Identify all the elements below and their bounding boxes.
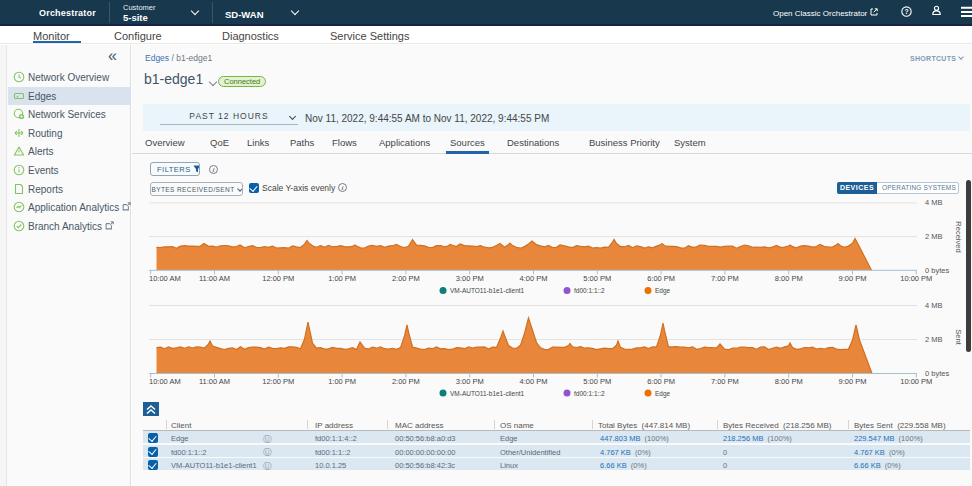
- svg-text:6:00 PM: 6:00 PM: [647, 274, 675, 283]
- svg-text:Edge: Edge: [655, 287, 671, 295]
- svg-text:0 bytes: 0 bytes: [925, 266, 949, 275]
- svg-text:VM-AUTO11-b1e1-client1: VM-AUTO11-b1e1-client1: [450, 390, 525, 397]
- svg-text:1:00 PM: 1:00 PM: [328, 274, 356, 283]
- svg-text:8:00 PM: 8:00 PM: [775, 274, 803, 283]
- svg-text:2 MB: 2 MB: [925, 335, 943, 344]
- svg-text:12:00 PM: 12:00 PM: [262, 274, 294, 283]
- svg-text:10:00 PM: 10:00 PM: [900, 274, 932, 283]
- svg-text:11:00 AM: 11:00 AM: [199, 274, 230, 283]
- svg-text:10:00 AM: 10:00 AM: [149, 377, 181, 386]
- svg-text:1:00 PM: 1:00 PM: [328, 377, 356, 386]
- svg-text:12:00 PM: 12:00 PM: [262, 377, 294, 386]
- svg-text:4 MB: 4 MB: [925, 301, 943, 310]
- svg-text:fd00:1:1::2: fd00:1:1::2: [574, 287, 605, 294]
- svg-text:9:00 PM: 9:00 PM: [839, 377, 867, 386]
- svg-text:0 bytes: 0 bytes: [925, 369, 949, 378]
- svg-text:Received: Received: [954, 221, 963, 252]
- svg-text:11:00 AM: 11:00 AM: [199, 377, 230, 386]
- svg-text:7:00 PM: 7:00 PM: [711, 377, 739, 386]
- svg-text:2:00 PM: 2:00 PM: [392, 274, 420, 283]
- svg-text:2:00 PM: 2:00 PM: [392, 377, 420, 386]
- svg-text:10:00 PM: 10:00 PM: [900, 377, 932, 386]
- svg-text:3:00 PM: 3:00 PM: [456, 274, 484, 283]
- svg-text:8:00 PM: 8:00 PM: [775, 377, 803, 386]
- svg-text:VM-AUTO11-b1e1-client1: VM-AUTO11-b1e1-client1: [450, 287, 525, 294]
- svg-text:4:00 PM: 4:00 PM: [520, 274, 548, 283]
- svg-text:Edge: Edge: [655, 390, 671, 398]
- svg-text:4 MB: 4 MB: [925, 198, 943, 207]
- svg-text:5:00 PM: 5:00 PM: [583, 377, 611, 386]
- svg-text:2 MB: 2 MB: [925, 232, 943, 241]
- svg-text:6:00 PM: 6:00 PM: [647, 377, 675, 386]
- svg-text:5:00 PM: 5:00 PM: [583, 274, 611, 283]
- svg-text:Sent: Sent: [954, 329, 963, 345]
- svg-text:9:00 PM: 9:00 PM: [839, 274, 867, 283]
- svg-text:3:00 PM: 3:00 PM: [456, 377, 484, 386]
- svg-text:7:00 PM: 7:00 PM: [711, 274, 739, 283]
- svg-text:10:00 AM: 10:00 AM: [149, 274, 181, 283]
- svg-text:4:00 PM: 4:00 PM: [520, 377, 548, 386]
- svg-text:fd00:1:1::2: fd00:1:1::2: [574, 390, 605, 397]
